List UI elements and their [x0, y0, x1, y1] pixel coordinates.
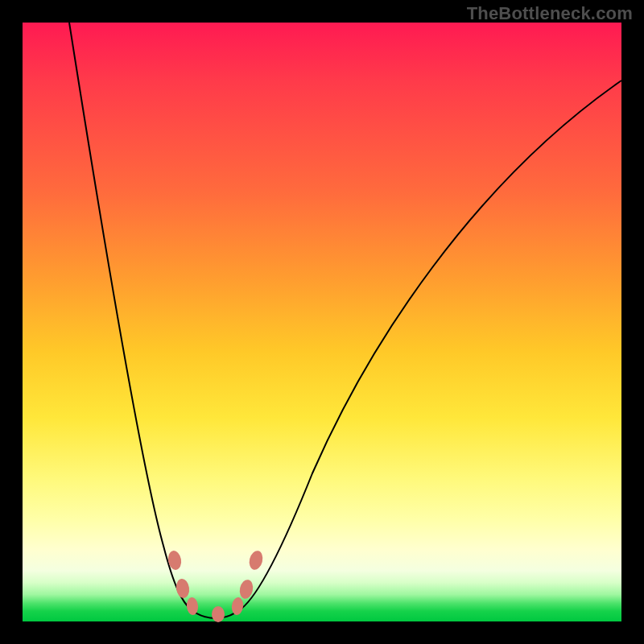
curve-marker	[247, 549, 264, 571]
outer-frame: TheBottleneck.com	[0, 0, 644, 644]
watermark-text: TheBottleneck.com	[467, 3, 633, 24]
curve-marker	[175, 578, 190, 599]
curve-marker	[212, 606, 225, 622]
curve-marker	[231, 597, 245, 616]
plot-area	[23, 23, 621, 621]
curve-svg	[23, 23, 621, 621]
marker-group	[167, 549, 265, 622]
bottleneck-curve	[69, 23, 621, 618]
